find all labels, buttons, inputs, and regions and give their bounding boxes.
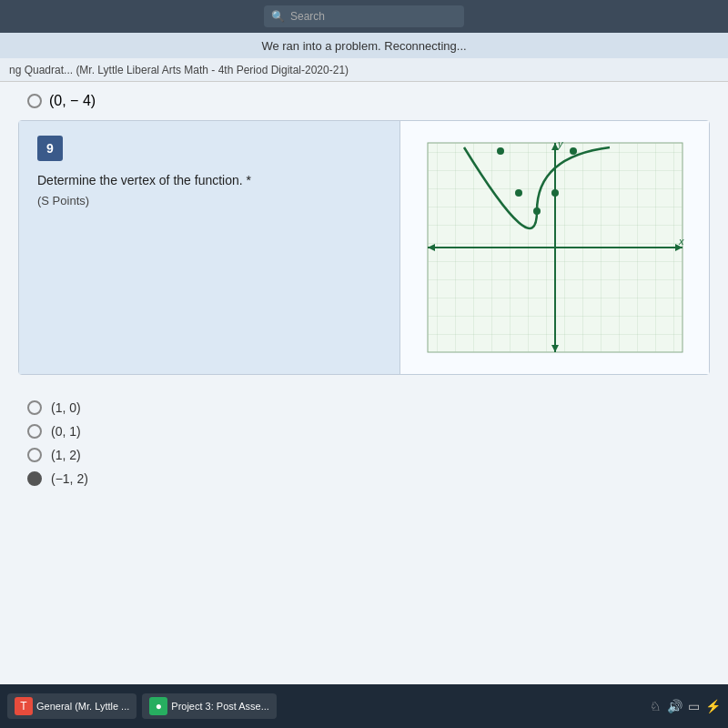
prev-answer-label: (0, − 4) [49, 93, 96, 109]
answer-option-4[interactable]: (−1, 2) [27, 471, 701, 486]
taskbar: T General (Mr. Lyttle ... ● Project 3: P… [0, 684, 728, 728]
svg-point-14 [570, 147, 577, 155]
coordinate-graph: x y [419, 134, 692, 361]
top-bar: 🔍 Search [0, 0, 728, 33]
answer-label-2: (0, 1) [51, 424, 81, 439]
answer-option-1[interactable]: (1, 0) [27, 400, 701, 415]
network-icon: ♘ [650, 699, 662, 713]
svg-point-11 [515, 189, 522, 197]
taskbar-label-1: General (Mr. Lyttle ... [36, 701, 129, 712]
radio-3[interactable] [27, 448, 42, 462]
question-text: Determine the vertex of the function. * [37, 172, 381, 190]
teams-icon: T [15, 697, 33, 715]
question-card: 9 Determine the vertex of the function. … [18, 120, 710, 375]
answer-label-1: (1, 0) [51, 400, 81, 415]
radio-2[interactable] [27, 424, 42, 439]
answer-options: (1, 0) (0, 1) (1, 2) (−1, 2) [0, 389, 728, 497]
radio-1[interactable] [27, 400, 42, 415]
svg-text:x: x [678, 236, 684, 247]
answer-label-3: (1, 2) [51, 448, 81, 462]
question-left: 9 Determine the vertex of the function. … [19, 121, 399, 374]
main-content: (0, − 4) 9 Determine the vertex of the f… [0, 82, 728, 684]
search-bar[interactable]: 🔍 Search [264, 5, 464, 27]
breadcrumb: ng Quadrat... (Mr. Lyttle Liberal Arts M… [9, 64, 349, 76]
answer-label-4: (−1, 2) [51, 471, 88, 486]
status-bar: We ran into a problem. Reconnecting... [0, 33, 728, 58]
svg-point-10 [533, 207, 541, 215]
volume-icon: 🔊 [667, 699, 682, 713]
answer-option-3[interactable]: (1, 2) [27, 448, 701, 462]
search-icon: 🔍 [271, 10, 285, 23]
search-placeholder: Search [290, 10, 325, 23]
answer-option-2[interactable]: (0, 1) [27, 424, 701, 439]
svg-point-13 [497, 147, 504, 155]
status-text: We ran into a problem. Reconnecting... [261, 39, 466, 53]
breadcrumb-bar: ng Quadrat... (Mr. Lyttle Liberal Arts M… [0, 58, 728, 82]
taskbar-item-2[interactable]: ● Project 3: Post Asse... [142, 693, 277, 719]
question-points: (S Points) [37, 194, 381, 207]
chrome-icon: ● [149, 697, 167, 715]
radio-4[interactable] [27, 471, 42, 486]
taskbar-item-1[interactable]: T General (Mr. Lyttle ... [7, 693, 136, 719]
svg-point-12 [551, 189, 559, 197]
prev-radio[interactable] [27, 94, 42, 108]
bluetooth-icon: ⚡ [705, 699, 721, 713]
question-number: 9 [37, 136, 63, 161]
battery-icon: ▭ [688, 699, 700, 713]
previous-answer-area: (0, − 4) [0, 82, 728, 120]
question-graph-area: x y [399, 121, 709, 374]
system-icons: ♘ 🔊 ▭ ⚡ [650, 699, 721, 713]
taskbar-label-2: Project 3: Post Asse... [171, 701, 269, 712]
taskbar-right: ♘ 🔊 ▭ ⚡ [650, 699, 721, 713]
